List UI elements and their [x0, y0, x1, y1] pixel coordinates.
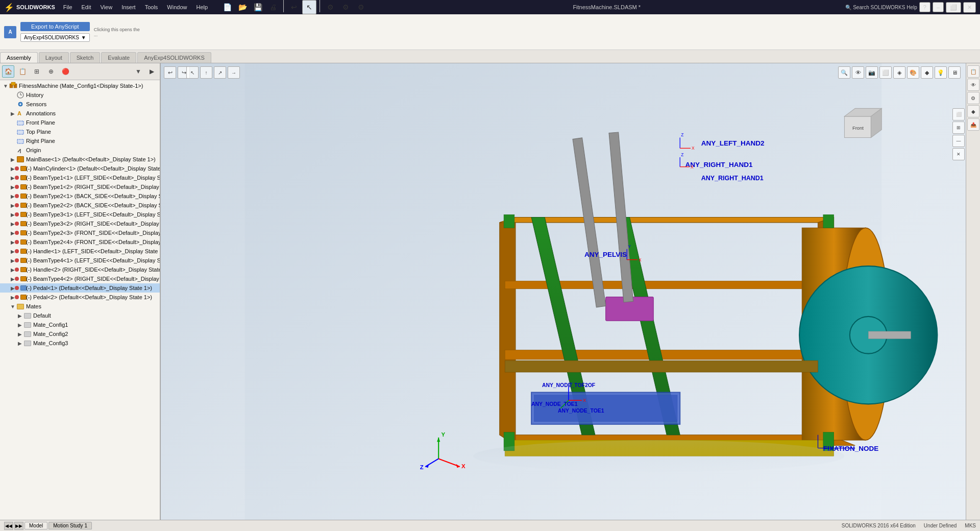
view-mode-btn[interactable]: 👁 — [852, 66, 864, 79]
menu-tools[interactable]: Tools — [141, 3, 162, 11]
right-btn-3[interactable]: ⚙ — [967, 92, 979, 104]
tree-beamtype2-4[interactable]: ▶ (-) BeamType2<4> (FRONT_SIDE<<Default>… — [0, 237, 160, 247]
menu-view[interactable]: View — [96, 3, 116, 11]
new-button[interactable]: 📄 — [220, 0, 234, 14]
property-manager-btn[interactable]: 📋 — [16, 65, 29, 78]
configuration-manager-btn[interactable]: ⊞ — [31, 65, 43, 78]
feature-manager-btn[interactable]: 🏠 — [2, 65, 14, 78]
display-manager-btn[interactable]: 🔴 — [59, 65, 71, 78]
tree-handle1[interactable]: ▶ (-) Handle<1> (LEFT_SIDE<<Default>_Dis… — [0, 247, 160, 256]
mate-config2-expander[interactable]: ▶ — [16, 330, 23, 337]
mainbase-expander[interactable]: ▶ — [9, 156, 16, 163]
tree-front-plane[interactable]: Front Plane — [0, 118, 160, 127]
tab-layout[interactable]: Layout — [39, 52, 69, 63]
right-btn-4[interactable]: ◆ — [967, 105, 979, 117]
tree-sensors[interactable]: Sensors — [0, 100, 160, 109]
save-button[interactable]: 💾 — [251, 0, 265, 14]
tree-annotations[interactable]: ▶ A Annotations — [0, 109, 160, 118]
print-button[interactable]: 🖨 — [266, 0, 280, 14]
mate-config3-expander[interactable]: ▶ — [16, 340, 23, 347]
tree-beamtype2-3[interactable]: ▶ (-) BeamType2<3> (FRONT_SIDE<<Default>… — [0, 228, 160, 237]
menu-help[interactable]: Help — [192, 3, 212, 11]
next-tab-btn[interactable]: ▶▶ — [14, 522, 23, 530]
tree-beamtype3-1[interactable]: ▶ (-) BeamType3<1> (LEFT_SIDE<<Default>_… — [0, 210, 160, 219]
model-area[interactable]: Y X ANY_LEFT_HAND2 Z X ANY_RIGHT_HAND1 Z… — [161, 63, 966, 520]
undo-button[interactable]: ↩ — [287, 0, 301, 14]
prev-view-btn[interactable]: ↩ — [164, 66, 176, 79]
rebuild-button[interactable]: ⚙ — [323, 0, 337, 14]
tree-handle2[interactable]: ▶ (-) Handle<2> (RIGHT_SIDE<<Default>_Di… — [0, 265, 160, 274]
menu-insert[interactable]: Insert — [117, 3, 140, 11]
minimize-viewport-btn[interactable]: — — [952, 135, 965, 147]
tree-beamtype1-1[interactable]: ▶ (-) BeamType1<1> (LEFT_SIDE<<Default>_… — [0, 173, 160, 182]
tree-content[interactable]: ▼ FitnessMachine (Mate_Config1<Display S… — [0, 80, 160, 520]
tree-pedal2[interactable]: ▶ (-) Pedal<2> (Default<<Default>_Displa… — [0, 293, 160, 302]
help-button[interactable]: ? — [919, 2, 930, 12]
dimetric-manager-btn[interactable]: ⊕ — [45, 65, 57, 78]
tab-motion-study[interactable]: Motion Study 1 — [48, 522, 92, 529]
tree-pedal1[interactable]: ▶ (-) Pedal<1> (Default<<Default>_Displa… — [0, 283, 160, 293]
expand-viewport-btn[interactable]: ⬜ — [952, 108, 965, 120]
select-button[interactable]: ↖ — [302, 0, 316, 14]
annotations-expander[interactable]: ▶ — [9, 110, 16, 117]
scroll-right-btn[interactable]: ▶ — [145, 65, 158, 78]
screen-btn[interactable]: 🖥 — [948, 66, 961, 79]
tree-maincylinder[interactable]: ▶ (-) MainCylinder<1> (Default<<Default>… — [0, 164, 160, 173]
orient-n-btn[interactable]: ↑ — [200, 66, 212, 79]
tab-evaluate[interactable]: Evaluate — [101, 52, 136, 63]
root-expander[interactable]: ▼ — [2, 82, 9, 89]
minimize-button[interactable]: – — [933, 2, 944, 12]
mate-config1-expander[interactable]: ▶ — [16, 321, 23, 328]
tree-mate-config3[interactable]: ▶ Mate_Config3 — [0, 339, 160, 348]
export-dropdown[interactable]: AnyExp4SOLIDWORKS ▼ — [20, 33, 90, 42]
tree-root[interactable]: ▼ FitnessMachine (Mate_Config1<Display S… — [0, 81, 160, 90]
render-btn[interactable]: 🎨 — [907, 66, 919, 79]
tab-model[interactable]: Model — [24, 522, 47, 529]
menu-window[interactable]: Window — [163, 3, 191, 11]
tree-config-default[interactable]: ▶ Default — [0, 311, 160, 320]
restore-viewport-btn[interactable]: ⊞ — [952, 122, 965, 134]
tree-beamtype2-1[interactable]: ▶ (-) BeamType2<1> (BACK_SIDE<<Default>_… — [0, 191, 160, 201]
options-button[interactable]: ⚙ — [338, 0, 353, 14]
zoom-btn[interactable]: 🔍 — [838, 66, 850, 79]
orient-ne-btn[interactable]: ↗ — [214, 66, 226, 79]
tree-beamtype3-2[interactable]: ▶ (-) BeamType3<2> (RIGHT_SIDE<<Default>… — [0, 219, 160, 228]
tab-sketch[interactable]: Sketch — [70, 52, 101, 63]
orient-nw-btn[interactable]: ↖ — [186, 66, 199, 79]
tree-mate-config1[interactable]: ▶ Mate_Config1 — [0, 320, 160, 329]
viewport[interactable]: ↩ ↪ ↖ ↑ ↗ → 🔍 👁 📷 ⬜ ◈ 🎨 ◆ 💡 🖥 — [161, 63, 966, 520]
light-btn[interactable]: 💡 — [935, 66, 947, 79]
tree-mainbase[interactable]: ▶ MainBase<1> (Default<<Default>_Display… — [0, 155, 160, 164]
close-button[interactable]: ✕ — [963, 2, 976, 13]
tab-assembly[interactable]: Assembly — [0, 52, 38, 63]
right-btn-2[interactable]: 👁 — [967, 79, 979, 91]
tree-mate-config2[interactable]: ▶ Mate_Config2 — [0, 329, 160, 339]
tree-beamtype4-1[interactable]: ▶ (-) BeamType4<1> (LEFT_SIDE<<Default>_… — [0, 256, 160, 265]
orient-e-btn[interactable]: → — [228, 66, 240, 79]
tree-beamtype4-2[interactable]: ▶ (-) BeamType4<2> (RIGHT_SIDE<<Default>… — [0, 274, 160, 283]
right-btn-1[interactable]: 📋 — [967, 65, 979, 78]
config-default-expander[interactable]: ▶ — [16, 312, 23, 319]
open-button[interactable]: 📂 — [235, 0, 250, 14]
tree-top-plane[interactable]: Top Plane — [0, 127, 160, 136]
tree-beamtype1-2[interactable]: ▶ (-) BeamType1<2> (RIGHT_SIDE<<Default>… — [0, 182, 160, 191]
display-btn[interactable]: ⬜ — [879, 66, 892, 79]
tree-right-plane[interactable]: Right Plane — [0, 136, 160, 146]
tree-origin[interactable]: Origin — [0, 146, 160, 155]
tab-anyexp[interactable]: AnyExp4SOLIDWORKS — [137, 52, 211, 63]
right-btn-5[interactable]: 📤 — [967, 118, 979, 131]
close-viewport-btn[interactable]: ✕ — [952, 148, 965, 160]
mates-expander[interactable]: ▼ — [9, 303, 16, 310]
maximize-button[interactable]: ⬜ — [946, 2, 961, 13]
prev-tab-btn[interactable]: ◀◀ — [4, 522, 13, 530]
section-btn[interactable]: ◈ — [893, 66, 905, 79]
export-button[interactable]: Export to AnyScript — [20, 22, 90, 31]
tree-beamtype2-2[interactable]: ▶ (-) BeamType2<2> (BACK_SIDE<<Default>_… — [0, 201, 160, 210]
menu-file[interactable]: File — [59, 3, 77, 11]
menu-edit[interactable]: Edit — [78, 3, 95, 11]
tree-mates[interactable]: ▼ Mates — [0, 302, 160, 311]
camera-btn[interactable]: 📷 — [866, 66, 878, 79]
material-btn[interactable]: ◆ — [921, 66, 933, 79]
tree-history[interactable]: History — [0, 90, 160, 100]
settings-button[interactable]: ⚙ — [354, 0, 368, 14]
